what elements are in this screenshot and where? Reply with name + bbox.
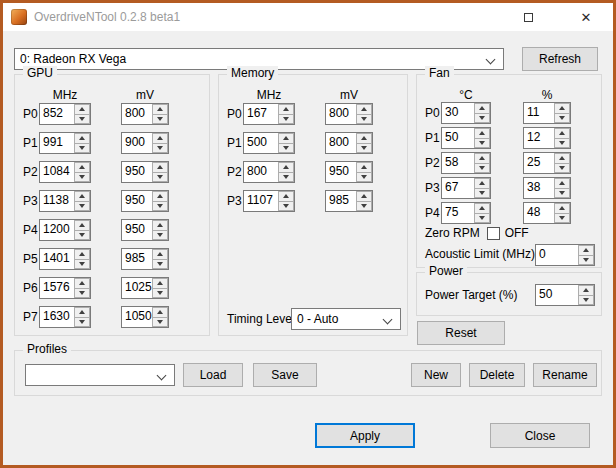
gpu-p4-mv[interactable]: 950	[121, 219, 169, 241]
timing-level-select[interactable]: 0 - Auto	[291, 308, 401, 330]
fan-p3-temp[interactable]: 67	[441, 177, 491, 199]
fan-p2-temp-down-button[interactable]	[474, 163, 490, 174]
power-target-input[interactable]: 50	[535, 284, 595, 306]
memory-p2-mhz-down-button[interactable]	[278, 172, 294, 183]
refresh-button[interactable]: Refresh	[522, 47, 598, 71]
gpu-p4-mhz[interactable]: 1200	[39, 219, 91, 241]
gpu-p6-mhz-down-button[interactable]	[74, 288, 90, 299]
spin-down-icon	[79, 175, 85, 179]
gpu-p5-mhz-down-button[interactable]	[74, 259, 90, 270]
load-button[interactable]: Load	[183, 363, 243, 387]
gpu-p3-mhz-down-button[interactable]	[74, 201, 90, 212]
gpu-p5-mv[interactable]: 985	[121, 248, 169, 270]
gpu-p1-mhz-down-button[interactable]	[74, 143, 90, 154]
fan-p1-percent-down-button[interactable]	[554, 138, 570, 149]
gpu-p6-mv[interactable]: 1025	[121, 277, 169, 299]
gpu-p5-mhz[interactable]: 1401	[39, 248, 91, 270]
maximize-button[interactable]	[511, 3, 545, 31]
fan-p0-percent[interactable]: 11	[523, 102, 571, 124]
apply-button[interactable]: Apply	[315, 423, 415, 448]
spin-up-icon	[479, 181, 485, 185]
gpu-p0-mhz[interactable]: 852	[39, 103, 91, 125]
memory-p0-mv-down-button[interactable]	[356, 114, 372, 125]
power-group: Power Power Target (%) 50	[416, 272, 602, 316]
memory-p2-mhz-value: 800	[244, 162, 278, 182]
memory-p3-mv[interactable]: 985	[325, 190, 373, 212]
fan-p1-percent[interactable]: 12	[523, 127, 571, 149]
fan-p4-percent[interactable]: 48	[523, 202, 571, 224]
memory-p2-mv[interactable]: 950	[325, 161, 373, 183]
gpu-p5-row: P51401985	[23, 248, 207, 270]
memory-p1-mv[interactable]: 800	[325, 132, 373, 154]
gpu-p1-mhz[interactable]: 991	[39, 132, 91, 154]
gpu-p2-mhz-down-button[interactable]	[74, 172, 90, 183]
gpu-p4-mv-down-button[interactable]	[152, 230, 168, 241]
fan-p4-temp[interactable]: 75	[441, 202, 491, 224]
power-target-input-down-button[interactable]	[578, 295, 594, 306]
reset-button[interactable]: Reset	[417, 321, 505, 345]
fan-p1-temp-down-button[interactable]	[474, 138, 490, 149]
titlebar[interactable]: OverdriveNTool 0.2.8 beta1 ✕	[3, 3, 613, 31]
memory-p1-mhz-down-button[interactable]	[278, 143, 294, 154]
gpu-p0-mv-down-button[interactable]	[152, 114, 168, 125]
gpu-p2-mv[interactable]: 950	[121, 161, 169, 183]
memory-p1-mhz-value: 500	[244, 133, 278, 153]
fan-p2-percent[interactable]: 25	[523, 152, 571, 174]
fan-p1-temp[interactable]: 50	[441, 127, 491, 149]
memory-p0-mv[interactable]: 800	[325, 103, 373, 125]
fan-p0-temp[interactable]: 30	[441, 102, 491, 124]
gpu-p7-mv-down-button[interactable]	[152, 317, 168, 328]
gpu-p3-mhz-value: 1138	[40, 191, 74, 211]
close-button[interactable]: Close	[490, 423, 590, 448]
gpu-p3-mhz[interactable]: 1138	[39, 190, 91, 212]
fan-p3-percent[interactable]: 38	[523, 177, 571, 199]
spin-down-icon	[283, 117, 289, 121]
profiles-select[interactable]	[25, 364, 175, 386]
memory-p2-mhz[interactable]: 800	[243, 161, 295, 183]
memory-p0-mhz-down-button[interactable]	[278, 114, 294, 125]
acoustic-limit-input[interactable]: 0	[535, 244, 595, 266]
gpu-p0-mhz-down-button[interactable]	[74, 114, 90, 125]
memory-p1-mhz[interactable]: 500	[243, 132, 295, 154]
memory-p3-mhz-down-button[interactable]	[278, 201, 294, 212]
gpu-p1-mv[interactable]: 900	[121, 132, 169, 154]
gpu-p6-mhz[interactable]: 1576	[39, 277, 91, 299]
fan-p4-row: P47548	[425, 202, 599, 224]
fan-p2-temp[interactable]: 58	[441, 152, 491, 174]
zero-rpm-checkbox[interactable]	[487, 227, 500, 240]
memory-p0-mhz[interactable]: 167	[243, 103, 295, 125]
fan-p3-percent-down-button[interactable]	[554, 188, 570, 199]
gpu-p0-mv[interactable]: 800	[121, 103, 169, 125]
memory-p3-mhz[interactable]: 1107	[243, 190, 295, 212]
titlebar-close-button[interactable]: ✕	[569, 3, 603, 31]
gpu-p2-mhz[interactable]: 1084	[39, 161, 91, 183]
fan-p4-temp-down-button[interactable]	[474, 213, 490, 224]
acoustic-limit-input-down-button[interactable]	[578, 255, 594, 266]
fan-p3-temp-down-button[interactable]	[474, 188, 490, 199]
gpu-p5-mv-down-button[interactable]	[152, 259, 168, 270]
gpu-p1-mv-down-button[interactable]	[152, 143, 168, 154]
save-button[interactable]: Save	[253, 363, 317, 387]
memory-p2-mv-down-button[interactable]	[356, 172, 372, 183]
fan-p2-percent-down-button[interactable]	[554, 163, 570, 174]
memory-p1-mv-down-button[interactable]	[356, 143, 372, 154]
delete-button[interactable]: Delete	[469, 363, 525, 387]
gpu-p3-mv[interactable]: 950	[121, 190, 169, 212]
fan-p4-percent-down-button[interactable]	[554, 213, 570, 224]
spin-up-icon	[479, 206, 485, 210]
gpu-p3-mv-down-button[interactable]	[152, 201, 168, 212]
fan-p0-percent-down-button[interactable]	[554, 113, 570, 124]
gpu-p6-mv-down-button[interactable]	[152, 288, 168, 299]
memory-p3-mv-down-button[interactable]	[356, 201, 372, 212]
rename-button[interactable]: Rename	[533, 363, 597, 387]
gpu-select-value: 0: Radeon RX Vega	[20, 52, 126, 66]
gpu-p7-mhz-down-button[interactable]	[74, 317, 90, 328]
gpu-p7-mhz[interactable]: 1630	[39, 306, 91, 328]
gpu-p7-mv[interactable]: 1050	[121, 306, 169, 328]
gpu-p2-mv-down-button[interactable]	[152, 172, 168, 183]
acoustic-limit-label: Acoustic Limit (MHz)	[425, 247, 535, 261]
gpu-p4-mhz-down-button[interactable]	[74, 230, 90, 241]
new-button[interactable]: New	[411, 363, 461, 387]
spin-up-icon	[79, 310, 85, 314]
fan-p0-temp-down-button[interactable]	[474, 113, 490, 124]
